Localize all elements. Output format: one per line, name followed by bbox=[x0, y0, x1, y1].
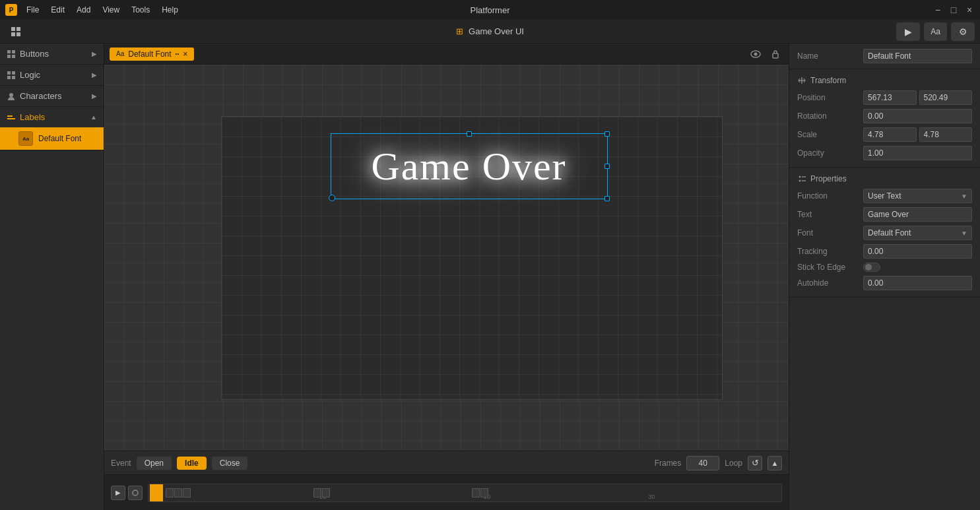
layer-item-close[interactable]: × bbox=[183, 49, 187, 59]
scale-x-input[interactable] bbox=[863, 127, 917, 142]
function-dropdown[interactable]: User Text ▼ bbox=[863, 189, 972, 203]
game-over-label: Game Over bbox=[371, 143, 566, 189]
record-button[interactable] bbox=[128, 486, 143, 500]
name-input[interactable] bbox=[863, 49, 972, 63]
layer-item-icon: Aa bbox=[116, 50, 124, 57]
stick-to-edge-label: Stick To Edge bbox=[797, 263, 863, 272]
run-button[interactable]: ▶ bbox=[896, 22, 920, 41]
chevron-up-icon: ▲ bbox=[90, 113, 97, 121]
tracking-input[interactable] bbox=[863, 244, 972, 259]
eye-icon[interactable] bbox=[748, 46, 764, 62]
scale-inputs bbox=[863, 127, 972, 142]
autohide-input[interactable] bbox=[863, 276, 972, 290]
text-input[interactable] bbox=[863, 207, 972, 222]
handle-top-center[interactable] bbox=[467, 131, 472, 137]
canvas-area[interactable]: Game Over bbox=[104, 65, 789, 451]
font-row: Font Default Font ▼ bbox=[797, 226, 972, 240]
close-button[interactable]: × bbox=[964, 5, 975, 15]
timeline-track: ▶ 10 20 30 bbox=[104, 475, 789, 510]
sidebar-label-labels: Labels bbox=[20, 112, 45, 122]
handle-rotate[interactable] bbox=[329, 195, 335, 201]
sidebar-header-labels[interactable]: Labels ▲ bbox=[0, 107, 104, 127]
selected-element[interactable]: Game Over bbox=[331, 133, 608, 199]
menu-view[interactable]: View bbox=[97, 4, 125, 16]
frame-block bbox=[183, 488, 191, 497]
sidebar-item-default-font[interactable]: Aa Default Font bbox=[0, 127, 104, 150]
sidebar-section-logic: Logic ▶ bbox=[0, 65, 104, 86]
track-area[interactable]: 10 20 30 bbox=[148, 484, 782, 502]
position-x-input[interactable] bbox=[863, 90, 917, 105]
chevron-right-icon: ▶ bbox=[92, 92, 97, 100]
label-item-text: Default Font bbox=[38, 134, 81, 143]
close-button[interactable]: Close bbox=[212, 457, 248, 470]
svg-point-20 bbox=[799, 180, 801, 182]
track-marker[interactable] bbox=[150, 484, 163, 501]
transform-label: Transform bbox=[810, 76, 846, 85]
opacity-input[interactable] bbox=[863, 146, 972, 160]
menu-file[interactable]: File bbox=[21, 4, 44, 16]
handle-bottom-right[interactable] bbox=[604, 196, 610, 201]
rotation-input[interactable] bbox=[863, 109, 972, 123]
right-sidebar: Name Transform Position bbox=[789, 44, 980, 510]
maximize-button[interactable]: □ bbox=[948, 5, 959, 15]
tracking-label: Tracking bbox=[797, 247, 863, 256]
minimize-button[interactable]: − bbox=[932, 5, 943, 15]
menu-add[interactable]: Add bbox=[71, 4, 96, 16]
tick-label-30: 30 bbox=[649, 494, 655, 500]
timeline: Event Open Idle Close Frames Loop ↺ ▲ ▶ bbox=[104, 451, 789, 510]
layer-item-default-font[interactable]: Aa Default Font •• × bbox=[110, 48, 194, 61]
frames-label: Frames bbox=[655, 459, 682, 468]
menu-tools[interactable]: Tools bbox=[126, 4, 155, 16]
font-label: Font bbox=[797, 228, 863, 238]
function-label: Function bbox=[797, 191, 863, 201]
layer-item-dots: •• bbox=[176, 51, 180, 57]
open-button[interactable]: Open bbox=[137, 457, 172, 470]
sidebar-header-buttons[interactable]: Buttons ▶ bbox=[0, 44, 104, 64]
frames-input[interactable] bbox=[686, 456, 719, 470]
scene-title: Game Over UI bbox=[469, 26, 524, 36]
sidebar-header-characters[interactable]: Characters ▶ bbox=[0, 86, 104, 106]
center-panel: Aa Default Font •• × Game Over bbox=[104, 44, 789, 510]
position-y-input[interactable] bbox=[919, 90, 973, 105]
font-dropdown[interactable]: Default Font ▼ bbox=[863, 226, 972, 240]
scale-row: Scale bbox=[797, 127, 972, 142]
lock-icon[interactable] bbox=[768, 46, 783, 62]
stick-to-edge-toggle[interactable] bbox=[863, 263, 880, 272]
menu-help[interactable]: Help bbox=[156, 4, 183, 16]
sidebar-section-buttons: Buttons ▶ bbox=[0, 44, 104, 65]
scale-y-input[interactable] bbox=[919, 127, 973, 142]
position-label: Position bbox=[797, 93, 863, 102]
frame-block bbox=[322, 488, 330, 497]
autohide-label: Autohide bbox=[797, 278, 863, 288]
expand-button[interactable]: ▲ bbox=[768, 456, 782, 470]
opacity-label: Opacity bbox=[797, 148, 863, 158]
svg-rect-6 bbox=[7, 55, 11, 58]
loop-button[interactable]: ↺ bbox=[748, 456, 762, 470]
settings-button[interactable]: ⚙ bbox=[951, 22, 975, 41]
properties-label: Properties bbox=[810, 174, 847, 183]
properties-icon bbox=[797, 174, 806, 183]
frame-block bbox=[480, 488, 488, 497]
menu-bar: File Edit Add View Tools Help bbox=[21, 4, 183, 16]
properties-header: Properties bbox=[797, 174, 972, 183]
sidebar-header-logic[interactable]: Logic ▶ bbox=[0, 65, 104, 85]
sidebar-label-buttons: Buttons bbox=[20, 49, 49, 59]
chevron-right-icon: ▶ bbox=[92, 71, 97, 79]
play-button[interactable]: ▶ bbox=[111, 486, 125, 500]
handle-mid-right[interactable] bbox=[604, 164, 610, 169]
idle-button[interactable]: Idle bbox=[177, 457, 207, 470]
font-button[interactable]: Aa bbox=[924, 22, 947, 41]
event-label: Event bbox=[111, 459, 131, 468]
position-inputs bbox=[863, 90, 972, 105]
scene-title-area: ⊞ Game Over UI bbox=[456, 26, 524, 36]
handle-top-right[interactable] bbox=[604, 131, 610, 137]
svg-point-12 bbox=[9, 93, 13, 97]
layer-bar: Aa Default Font •• × bbox=[104, 44, 789, 65]
svg-rect-11 bbox=[12, 76, 15, 79]
svg-rect-5 bbox=[12, 50, 15, 53]
autohide-row: Autohide bbox=[797, 276, 972, 290]
svg-rect-0 bbox=[11, 27, 15, 31]
menu-edit[interactable]: Edit bbox=[46, 4, 70, 16]
svg-rect-4 bbox=[7, 50, 11, 53]
toolbar-icon-button[interactable] bbox=[5, 22, 26, 41]
